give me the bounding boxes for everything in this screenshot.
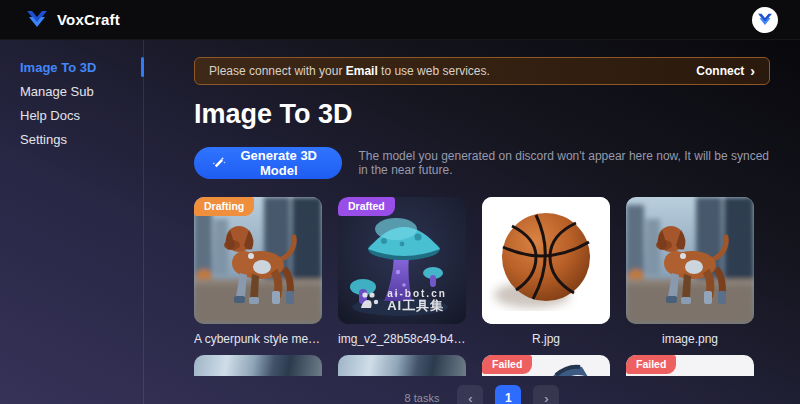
user-avatar[interactable] [752,7,778,33]
email-connect-banner: Please connect with your Email to use we… [194,57,770,85]
ai-bot-logo-icon [357,291,381,311]
connect-label: Connect [696,64,744,78]
task-card: Drafting A cyberpunk style mechanical... [194,197,322,346]
task-thumbnail-cyberpunk-dog[interactable]: Drafting [194,197,322,324]
watermark-line2: AI工具集 [387,299,447,314]
task-caption: image.png [626,332,754,346]
sidebar-item-label: Manage Sub [20,84,94,99]
sidebar: Image To 3D Manage Sub Help Docs Setting… [0,40,144,404]
chevron-right-icon: › [750,64,755,78]
task-caption: img_v2_28b58c49-b49d-4e59... [338,332,466,346]
main-content: Please connect with your Email to use we… [144,40,800,404]
sidebar-item-image-to-3d[interactable]: Image To 3D [0,55,143,79]
status-badge-drafted: Drafted [338,197,395,216]
app-body: Image To 3D Manage Sub Help Docs Setting… [0,40,800,404]
banner-text-email: Email [346,64,378,78]
status-badge-failed: Failed [482,355,532,374]
connect-button[interactable]: Connect › [696,64,755,78]
controls-row: Generate 3D Model The model you generate… [194,147,770,179]
task-card-grid-row2: Failed Failed [194,355,770,376]
task-card: R.jpg [482,197,610,346]
task-card: Drafted ai-bot.cn AI工具集 [338,197,466,346]
discord-sync-notice: The model you generated on discord won't… [358,149,770,177]
pagination-page-1[interactable]: 1 [495,385,521,404]
pagination: 8 tasks ‹ 1 › [194,385,770,404]
sidebar-item-label: Help Docs [20,108,80,123]
banner-message: Please connect with your Email to use we… [209,64,490,78]
voxcraft-logo-icon [26,10,48,30]
chevron-right-icon: › [544,391,548,404]
topbar: VoxCraft [0,0,800,40]
sidebar-item-label: Image To 3D [20,60,96,75]
tasks-count: 8 tasks [405,392,440,404]
brand: VoxCraft [26,10,120,30]
task-card-grid: Drafting A cyberpunk style mechanical... [194,197,770,346]
brand-name: VoxCraft [57,11,120,28]
status-badge-failed: Failed [626,355,676,374]
page-title: Image To 3D [194,99,770,130]
ai-bot-watermark: ai-bot.cn AI工具集 [338,288,466,314]
task-thumbnail-robot-dog[interactable] [626,197,754,324]
task-caption: A cyberpunk style mechanical... [194,332,322,346]
generate-button-label: Generate 3D Model [233,148,324,178]
task-thumbnail-mushroom[interactable]: Drafted ai-bot.cn AI工具集 [338,197,466,324]
sidebar-item-help-docs[interactable]: Help Docs [0,103,143,127]
task-thumbnail-partial-failed[interactable]: Failed [482,355,610,376]
task-thumbnail-partial[interactable] [338,355,466,376]
task-thumbnail-basketball[interactable] [482,197,610,324]
sidebar-item-settings[interactable]: Settings [0,127,143,151]
chevron-left-icon: ‹ [468,391,472,404]
task-thumbnail-partial[interactable] [194,355,322,376]
pagination-prev-button[interactable]: ‹ [457,385,483,404]
magic-wand-icon [212,156,226,170]
task-caption: R.jpg [482,332,610,346]
sidebar-item-manage-sub[interactable]: Manage Sub [0,79,143,103]
banner-text-suffix: to use web services. [378,64,490,78]
task-thumbnail-partial-failed[interactable]: Failed [626,355,754,376]
active-indicator-bar [141,57,144,77]
task-card: image.png [626,197,754,346]
banner-text-prefix: Please connect with your [209,64,346,78]
pagination-next-button[interactable]: › [533,385,559,404]
voxcraft-avatar-icon [757,13,773,27]
status-badge-drafting: Drafting [194,197,254,216]
generate-3d-model-button[interactable]: Generate 3D Model [194,147,342,179]
sidebar-item-label: Settings [20,132,67,147]
